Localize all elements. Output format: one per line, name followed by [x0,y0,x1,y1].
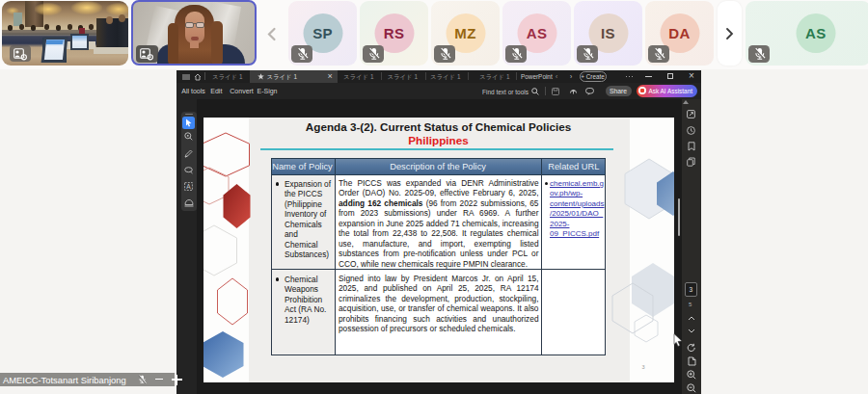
svg-text:A: A [186,183,191,190]
